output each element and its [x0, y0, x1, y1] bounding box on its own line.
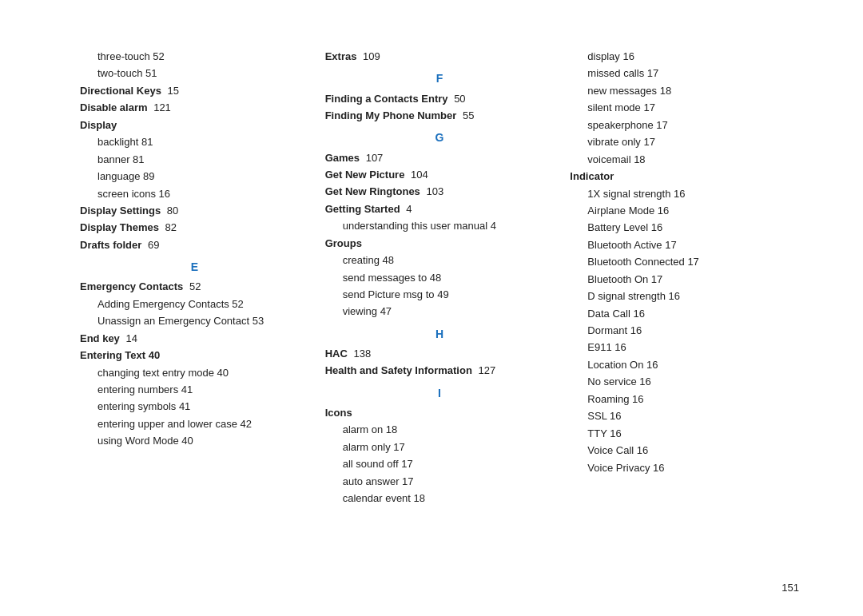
- entry-bold: HAC 138: [325, 345, 555, 362]
- section-letter-E: E: [80, 258, 309, 276]
- section-letter-I: I: [325, 384, 555, 403]
- entry-label: Display: [80, 119, 117, 131]
- entry-bold: Directional Keys 15: [80, 82, 309, 99]
- entry-label: Disable alarm: [80, 101, 150, 113]
- column-2: Extras 109FFinding a Contacts Entry 50Fi…: [325, 48, 555, 584]
- entry-bold: Disable alarm 121: [80, 99, 309, 116]
- entry-number: 40: [149, 349, 160, 361]
- entry-number: 127: [478, 364, 495, 376]
- entry-bold: Drafts folder 69: [80, 236, 309, 253]
- entry-number: 82: [165, 221, 177, 233]
- entry-label: Display Settings: [80, 205, 164, 217]
- entry-label: Health and Safety Information: [325, 364, 475, 376]
- entry-bold: Emergency Contacts 52: [80, 278, 309, 295]
- entry-bold: Extras 109: [325, 48, 555, 65]
- entry-sub: send Picture msg to 49: [325, 286, 555, 303]
- page-content: three-touch 52two-touch 51Directional Ke…: [0, 0, 863, 616]
- entry-sub: Airplane Mode 16: [570, 202, 799, 219]
- entry-sub: auto answer 17: [325, 473, 555, 490]
- entry-plain: speakerphone 17: [570, 117, 799, 133]
- section-letter-F: F: [325, 70, 555, 88]
- entry-bold: Finding a Contacts Entry 50: [325, 90, 555, 107]
- entry-sub: backlight 81: [80, 133, 309, 150]
- entry-sub: Bluetooth Connected 17: [570, 253, 799, 270]
- entry-label: HAC: [325, 348, 351, 360]
- entry-label: Get New Picture: [325, 169, 408, 181]
- entry-plain: new messages 18: [570, 82, 799, 99]
- entry-bold-only: Display: [80, 117, 309, 133]
- entry-label: Extras: [325, 50, 360, 62]
- entry-number: 15: [168, 85, 179, 97]
- entry-label: Get New Ringtones: [325, 185, 424, 197]
- entry-sub: Voice Call 16: [570, 442, 799, 459]
- entry-number: 80: [167, 205, 178, 217]
- entry-number: 4: [406, 203, 412, 215]
- entry-label: Finding a Contacts Entry: [325, 93, 451, 105]
- entry-bold-only: Groups: [325, 235, 555, 252]
- entry-bold: Health and Safety Information 127: [325, 362, 555, 379]
- entry-sub: screen icons 16: [80, 185, 309, 202]
- entry-sub: banner 81: [80, 151, 309, 168]
- entry-sub: three-touch 52: [80, 48, 309, 65]
- section-letter-G: G: [325, 129, 555, 147]
- entry-sub: entering numbers 41: [80, 381, 309, 398]
- entry-sub: alarm only 17: [325, 439, 555, 455]
- entry-sub: entering upper and lower case 42: [80, 415, 309, 432]
- entry-bold: Games 107: [325, 149, 555, 166]
- entry-bold: Display Settings 80: [80, 202, 309, 219]
- entry-sub: 1X signal strength 16: [570, 185, 799, 202]
- entry-bold-only: Indicator: [570, 168, 799, 185]
- entry-plain: silent mode 17: [570, 99, 799, 116]
- entry-sub: No service 16: [570, 373, 799, 390]
- entry-label: Finding My Phone Number: [325, 109, 459, 121]
- entry-sub: Bluetooth Active 17: [570, 236, 799, 253]
- entry-number: 107: [366, 152, 384, 164]
- entry-sub: TTY 16: [570, 425, 799, 442]
- entry-sub: Unassign an Emergency Contact 53: [80, 312, 309, 329]
- entry-number: 69: [148, 239, 159, 251]
- entry-label: Display Themes: [80, 221, 162, 233]
- entry-sub: alarm on 18: [325, 421, 555, 438]
- entry-label: Groups: [325, 237, 362, 249]
- entry-plain: voicemail 18: [570, 151, 799, 168]
- entry-label: Directional Keys: [80, 85, 165, 97]
- entry-bold: Display Themes 82: [80, 219, 309, 236]
- entry-bold-only: Icons: [325, 404, 555, 421]
- entry-label: End key: [80, 332, 122, 344]
- entry-number: 104: [411, 169, 428, 181]
- entry-plain: missed calls 17: [570, 65, 799, 81]
- entry-sub: SSL 16: [570, 407, 799, 424]
- entry-label: Entering Text: [80, 349, 149, 361]
- entry-plain: display 16: [570, 48, 799, 65]
- entry-sub: changing text entry mode 40: [80, 364, 309, 381]
- entry-sub: viewing 47: [325, 303, 555, 320]
- entry-bold-only: Entering Text 40: [80, 347, 309, 364]
- entry-sub: creating 48: [325, 252, 555, 268]
- entry-sub: language 89: [80, 168, 309, 185]
- entry-sub: Bluetooth On 17: [570, 271, 799, 288]
- entry-bold: Getting Started 4: [325, 201, 555, 217]
- entry-plain: vibrate only 17: [570, 133, 799, 150]
- entry-sub: Battery Level 16: [570, 219, 799, 236]
- entry-number: 55: [463, 109, 474, 121]
- column-3: display 16missed calls 17new messages 18…: [570, 48, 799, 584]
- entry-sub: E911 16: [570, 339, 799, 356]
- entry-number: 121: [153, 101, 171, 113]
- entry-sub: Dormant 16: [570, 322, 799, 339]
- entry-number: 50: [454, 93, 465, 105]
- entry-bold: Finding My Phone Number 55: [325, 107, 555, 124]
- entry-label: Getting Started: [325, 203, 404, 215]
- entry-sub: send messages to 48: [325, 269, 555, 286]
- entry-number: 103: [426, 185, 443, 197]
- entry-sub: D signal strength 16: [570, 288, 799, 304]
- entry-label: Indicator: [570, 170, 614, 182]
- entry-number: 52: [189, 280, 201, 292]
- entry-bold: Get New Picture 104: [325, 166, 555, 183]
- entry-number: 138: [353, 348, 371, 360]
- entry-sub: using Word Mode 40: [80, 432, 309, 449]
- page-number: 151: [781, 582, 799, 594]
- entry-sub: Data Call 16: [570, 305, 799, 322]
- entry-label: Games: [325, 152, 363, 164]
- entry-sub: Adding Emergency Contacts 52: [80, 296, 309, 312]
- entry-number: 14: [125, 332, 137, 344]
